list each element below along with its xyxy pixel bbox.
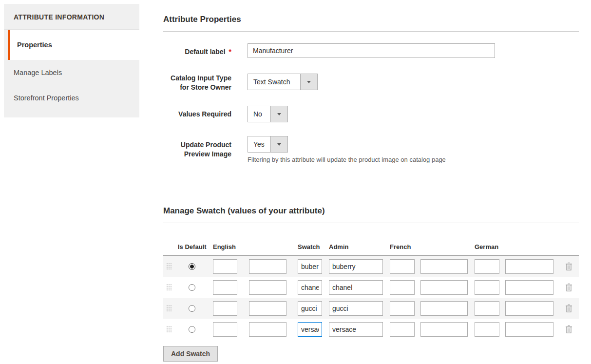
is-default-radio[interactable] bbox=[189, 263, 195, 270]
select-value: No bbox=[248, 106, 270, 122]
drag-handle-icon[interactable] bbox=[166, 326, 173, 333]
chevron-down-icon[interactable] bbox=[270, 106, 287, 122]
catalog-input-type-label: Catalog Input Type for Store Owner bbox=[163, 74, 231, 92]
french-swatch-input[interactable] bbox=[390, 301, 415, 316]
is-default-radio[interactable] bbox=[189, 305, 195, 312]
sidebar-item-label: Storefront Properties bbox=[14, 94, 79, 102]
german-swatch-input[interactable] bbox=[475, 301, 499, 316]
sidebar-item-properties[interactable]: Properties bbox=[8, 30, 143, 60]
german-swatch-input[interactable] bbox=[475, 259, 499, 274]
sidebar-item-storefront-properties[interactable]: Storefront Properties bbox=[4, 85, 139, 111]
english-description-input[interactable] bbox=[249, 280, 286, 295]
values-required-row: Values Required No bbox=[163, 106, 579, 122]
required-asterisk: * bbox=[229, 47, 231, 57]
swatch-row bbox=[163, 298, 579, 319]
catalog-input-type-row: Catalog Input Type for Store Owner Text … bbox=[163, 74, 579, 92]
french-description-input[interactable] bbox=[420, 259, 468, 274]
french-swatch-input[interactable] bbox=[390, 280, 415, 295]
sidebar-item-manage-labels[interactable]: Manage Labels bbox=[4, 60, 139, 85]
admin-swatch-input[interactable] bbox=[298, 280, 322, 295]
chevron-down-icon[interactable] bbox=[300, 74, 317, 90]
german-description-input[interactable] bbox=[505, 259, 553, 274]
admin-description-input[interactable] bbox=[329, 280, 383, 295]
english-description-input[interactable] bbox=[249, 259, 286, 274]
manage-swatch-section: Manage Swatch (values of your attribute)… bbox=[163, 206, 579, 362]
french-description-input[interactable] bbox=[420, 301, 468, 316]
admin-swatch-input[interactable] bbox=[298, 322, 322, 337]
swatch-row bbox=[163, 319, 579, 340]
drag-handle-icon[interactable] bbox=[166, 305, 173, 312]
column-header-swatch: Swatch bbox=[298, 243, 320, 250]
french-swatch-input[interactable] bbox=[390, 259, 415, 274]
column-header-french: French bbox=[390, 243, 411, 250]
sidebar-item-label: Manage Labels bbox=[14, 69, 62, 77]
catalog-input-type-select[interactable]: Text Swatch bbox=[248, 74, 318, 90]
swatch-table-header: Is Default English Swatch Admin French G… bbox=[163, 235, 579, 256]
column-header-admin: Admin bbox=[329, 243, 348, 250]
french-description-input[interactable] bbox=[420, 280, 468, 295]
section-divider bbox=[163, 31, 579, 32]
is-default-radio[interactable] bbox=[189, 284, 195, 291]
english-swatch-input[interactable] bbox=[213, 301, 237, 316]
attribute-information-nav: ATTRIBUTE INFORMATION Properties Manage … bbox=[4, 4, 139, 117]
sidebar-item-label: Properties bbox=[17, 41, 52, 49]
values-required-label: Values Required bbox=[163, 106, 231, 122]
update-preview-note: Filtering by this attribute will update … bbox=[248, 156, 446, 163]
german-description-input[interactable] bbox=[505, 322, 553, 337]
sidebar-title: ATTRIBUTE INFORMATION bbox=[4, 4, 139, 30]
default-label-row: Default label * bbox=[163, 43, 579, 60]
english-description-input[interactable] bbox=[249, 301, 286, 316]
update-preview-select[interactable]: Yes bbox=[248, 136, 288, 153]
column-header-german: German bbox=[475, 243, 498, 250]
admin-swatch-input[interactable] bbox=[298, 301, 322, 316]
swatch-row bbox=[163, 256, 579, 277]
default-label-label: Default label * bbox=[163, 43, 231, 60]
attribute-properties-heading: Attribute Properties bbox=[163, 15, 579, 24]
english-description-input[interactable] bbox=[249, 322, 286, 337]
german-swatch-input[interactable] bbox=[475, 322, 499, 337]
column-header-is-default: Is Default bbox=[178, 243, 207, 250]
values-required-select[interactable]: No bbox=[248, 106, 288, 122]
manage-swatch-heading: Manage Swatch (values of your attribute) bbox=[163, 206, 579, 216]
delete-row-icon[interactable] bbox=[565, 283, 573, 291]
french-description-input[interactable] bbox=[420, 322, 468, 337]
french-swatch-input[interactable] bbox=[390, 322, 415, 337]
update-preview-row: Update Product Preview Image Yes Filteri… bbox=[163, 136, 579, 163]
german-description-input[interactable] bbox=[505, 280, 553, 295]
add-swatch-button[interactable]: Add Swatch bbox=[163, 346, 218, 362]
update-preview-label: Update Product Preview Image bbox=[163, 136, 231, 163]
swatch-row bbox=[163, 277, 579, 298]
english-swatch-input[interactable] bbox=[213, 280, 237, 295]
select-value: Text Swatch bbox=[248, 74, 300, 90]
english-swatch-input[interactable] bbox=[213, 259, 237, 274]
delete-row-icon[interactable] bbox=[565, 262, 573, 270]
admin-description-input[interactable] bbox=[329, 322, 383, 337]
delete-row-icon[interactable] bbox=[565, 304, 573, 312]
main-content: Attribute Properties Default label * Cat… bbox=[163, 15, 579, 362]
german-description-input[interactable] bbox=[505, 301, 553, 316]
admin-swatch-input[interactable] bbox=[298, 259, 322, 274]
select-value: Yes bbox=[248, 136, 270, 152]
is-default-radio[interactable] bbox=[189, 326, 195, 333]
english-swatch-input[interactable] bbox=[213, 322, 237, 337]
admin-description-input[interactable] bbox=[329, 259, 383, 274]
chevron-down-icon[interactable] bbox=[270, 136, 287, 152]
german-swatch-input[interactable] bbox=[475, 280, 499, 295]
column-header-english: English bbox=[213, 243, 236, 250]
drag-handle-icon[interactable] bbox=[166, 284, 173, 291]
section-divider bbox=[163, 223, 579, 223]
delete-row-icon[interactable] bbox=[565, 325, 573, 333]
default-label-input[interactable] bbox=[248, 43, 495, 58]
drag-handle-icon[interactable] bbox=[166, 263, 173, 270]
admin-description-input[interactable] bbox=[329, 301, 383, 316]
